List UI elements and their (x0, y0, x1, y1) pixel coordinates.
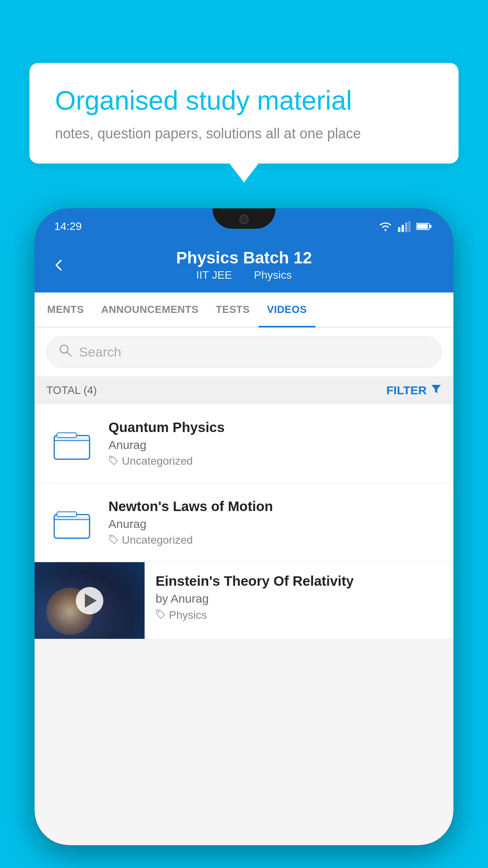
folder-icon-2 (52, 505, 92, 540)
camera (239, 215, 249, 224)
video-title-1: Quantum Physics (108, 419, 442, 435)
tag-icon-3 (156, 609, 166, 622)
play-button-3[interactable] (76, 587, 103, 614)
video-author-2: Anurag (108, 517, 442, 531)
search-icon (59, 344, 72, 360)
filter-bar: TOTAL (4) FILTER (35, 376, 453, 404)
search-bar[interactable]: Search (46, 336, 442, 368)
filter-funnel-icon (431, 383, 442, 397)
header-title: Physics Batch 12 (54, 248, 434, 267)
notch (213, 208, 275, 229)
phone-outer: 14:29 (35, 208, 453, 845)
svg-rect-3 (408, 221, 411, 232)
svg-rect-2 (405, 223, 407, 232)
filter-label: FILTER (386, 384, 427, 397)
svg-rect-0 (398, 227, 400, 232)
back-button[interactable] (52, 257, 65, 275)
header-subtitle-part2: Physics (254, 269, 292, 281)
tag-icon-1 (108, 455, 119, 468)
svg-rect-5 (430, 225, 431, 228)
video-item-1[interactable]: Quantum Physics Anurag Uncategorized (35, 404, 453, 483)
video-tag-3: Physics (156, 609, 442, 622)
svg-rect-1 (402, 225, 404, 232)
video-title-2: Newton's Laws of Motion (108, 498, 442, 514)
video-item-2[interactable]: Newton's Laws of Motion Anurag Uncategor… (35, 483, 453, 562)
signal-icon (398, 221, 411, 232)
bubble-subtitle: notes, question papers, solutions all at… (55, 125, 433, 142)
video-author-1: Anurag (108, 438, 442, 452)
video-info-2: Newton's Laws of Motion Anurag Uncategor… (108, 498, 442, 547)
svg-point-12 (111, 457, 112, 459)
tag-label-3: Physics (169, 609, 207, 622)
tab-ments[interactable]: MENTS (39, 292, 93, 327)
filter-button[interactable]: FILTER (386, 383, 442, 397)
tabs-bar: MENTS ANNOUNCEMENTS TESTS VIDEOS (35, 292, 453, 327)
status-icons (378, 221, 432, 232)
svg-line-8 (67, 352, 71, 356)
search-container: Search (35, 327, 453, 376)
video-author-3: by Anurag (156, 592, 442, 605)
video-list: Quantum Physics Anurag Uncategorized (35, 404, 453, 639)
video-tag-1: Uncategorized (108, 455, 442, 468)
thumb-info-3: Einstein's Theory Of Relativity by Anura… (145, 562, 453, 633)
status-bar: 14:29 (35, 208, 453, 240)
phone-wrapper: 14:29 (35, 208, 453, 868)
video-info-1: Quantum Physics Anurag Uncategorized (108, 419, 442, 468)
play-triangle-icon (85, 594, 97, 608)
phone-screen: 14:29 (35, 208, 453, 845)
video-title-3: Einstein's Theory Of Relativity (156, 573, 442, 589)
app-header: Physics Batch 12 IIT JEE Physics (35, 240, 453, 292)
wifi-icon (378, 221, 393, 232)
svg-rect-14 (57, 512, 77, 517)
video-thumb-2 (46, 497, 97, 548)
speech-bubble: Organised study material notes, question… (29, 63, 459, 164)
tab-tests[interactable]: TESTS (207, 292, 258, 327)
video-thumbnail-3 (35, 562, 145, 639)
tag-label-1: Uncategorized (122, 455, 193, 467)
svg-rect-6 (417, 224, 428, 229)
video-thumb-1 (46, 418, 97, 469)
battery-icon (416, 222, 432, 231)
video-item-3[interactable]: Einstein's Theory Of Relativity by Anura… (35, 562, 453, 639)
tab-videos[interactable]: VIDEOS (259, 292, 316, 327)
tab-announcements[interactable]: ANNOUNCEMENTS (93, 292, 207, 327)
status-time: 14:29 (54, 220, 82, 233)
svg-point-15 (111, 536, 112, 538)
folder-icon-1 (52, 426, 92, 461)
svg-rect-11 (57, 433, 77, 438)
speech-bubble-container: Organised study material notes, question… (29, 63, 459, 164)
svg-point-16 (158, 611, 160, 612)
header-subtitle-part1: IIT JEE (196, 269, 232, 281)
bubble-title: Organised study material (55, 85, 433, 117)
total-count: TOTAL (4) (46, 384, 97, 397)
tag-icon-2 (108, 534, 119, 547)
header-subtitle: IIT JEE Physics (54, 269, 434, 281)
tag-label-2: Uncategorized (122, 534, 193, 546)
video-tag-2: Uncategorized (108, 534, 442, 547)
search-placeholder: Search (79, 344, 121, 360)
